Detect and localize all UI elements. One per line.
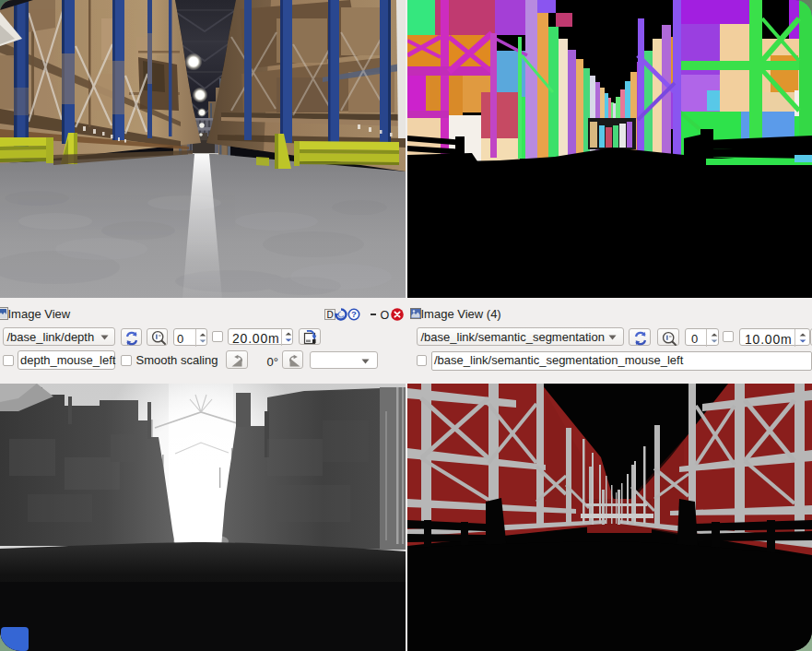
svg-text:D: D (326, 309, 333, 319)
svg-text:?: ? (351, 309, 357, 319)
